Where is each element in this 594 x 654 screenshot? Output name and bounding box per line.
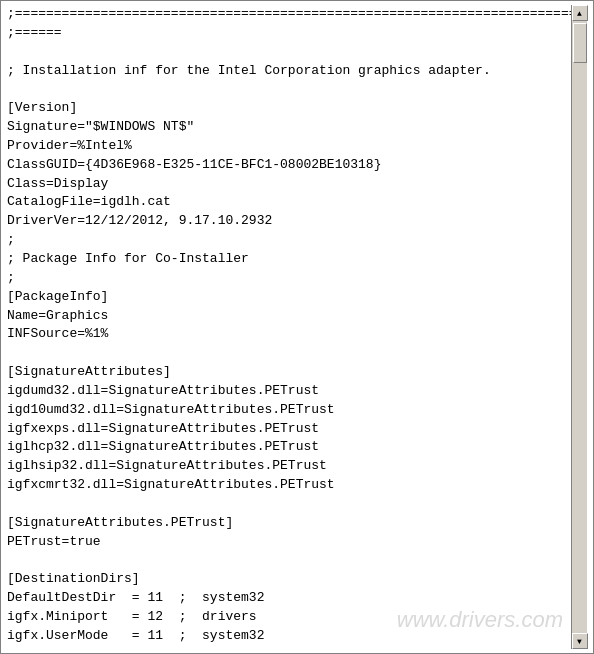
- scroll-up-button[interactable]: ▲: [572, 5, 588, 21]
- scrollbar-track: ▲ ▼: [571, 5, 587, 649]
- content-area: ;=======================================…: [1, 1, 593, 653]
- scroll-down-button[interactable]: ▼: [572, 633, 588, 649]
- text-editor: ;=======================================…: [0, 0, 594, 654]
- scrollbar-thumb[interactable]: [573, 23, 587, 63]
- text-content[interactable]: ;=======================================…: [7, 5, 571, 649]
